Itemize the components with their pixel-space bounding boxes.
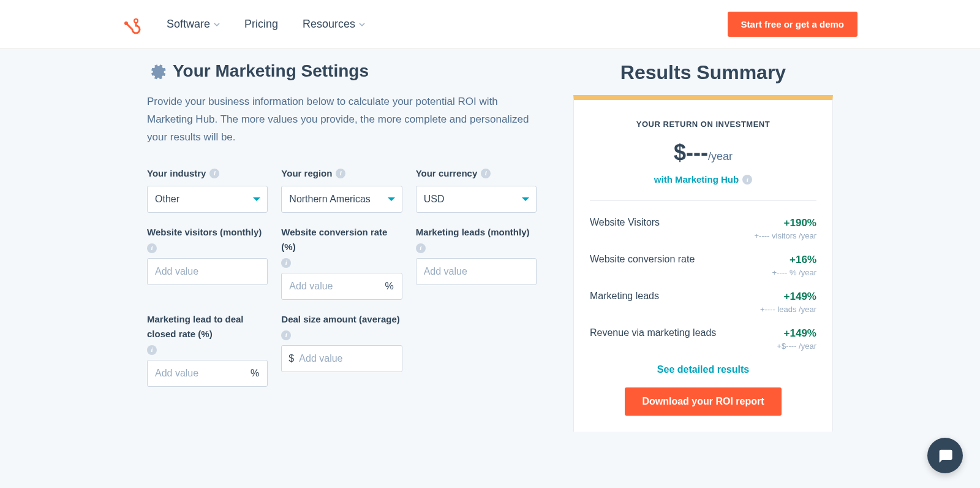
info-icon[interactable]: i (147, 345, 157, 355)
info-icon[interactable]: i (209, 169, 219, 178)
info-icon[interactable]: i (281, 258, 291, 268)
region-label: Your regioni (281, 166, 402, 181)
info-icon[interactable]: i (147, 243, 157, 253)
download-report-button[interactable]: Download your ROI report (625, 387, 781, 416)
industry-select[interactable]: Other (147, 186, 268, 213)
info-icon[interactable]: i (281, 330, 291, 340)
metric-label: Website conversion rate (590, 254, 695, 265)
svg-point-2 (124, 21, 128, 25)
dollar-prefix: $ (288, 353, 294, 364)
chevron-down-icon (214, 21, 220, 28)
metric-label: Revenue via marketing leads (590, 327, 716, 338)
roi-value: $---/year (590, 140, 816, 166)
chevron-down-icon (359, 21, 365, 28)
settings-description: Provide your business information below … (147, 93, 537, 147)
conversion-label: Website conversion rate (%)i (281, 225, 402, 268)
metric-row: Revenue via marketing leads+149%+$---- /… (590, 327, 816, 351)
roi-subtitle: with Marketing Hubi (590, 174, 816, 185)
region-select[interactable]: Northern Americas (281, 186, 402, 213)
nav-label: Pricing (244, 18, 278, 31)
metric-detail: +---- % /year (772, 268, 816, 277)
divider (590, 200, 816, 201)
info-icon[interactable]: i (742, 175, 752, 185)
metric-row: Marketing leads+149%+---- leads /year (590, 291, 816, 314)
close-rate-input[interactable] (147, 360, 268, 387)
leads-label: Marketing leads (monthly)i (416, 225, 537, 253)
info-icon[interactable]: i (416, 243, 426, 253)
metric-row: Website Visitors+190%+---- visitors /yea… (590, 217, 816, 240)
metric-detail: +---- leads /year (760, 305, 816, 314)
info-icon[interactable]: i (336, 169, 345, 178)
industry-label: Your industryi (147, 166, 268, 181)
settings-title: Your Marketing Settings (173, 61, 369, 81)
nav-label: Resources (303, 18, 355, 31)
info-icon[interactable]: i (481, 169, 491, 178)
svg-point-1 (135, 20, 137, 22)
detailed-results-link[interactable]: See detailed results (590, 364, 816, 375)
metric-detail: +$---- /year (777, 341, 816, 351)
chat-button[interactable] (927, 438, 963, 444)
close-rate-label: Marketing lead to deal closed rate (%)i (147, 312, 268, 355)
metric-row: Website conversion rate+16%+---- % /year (590, 254, 816, 277)
hubspot-logo[interactable] (123, 15, 142, 34)
currency-select[interactable]: USD (416, 186, 537, 213)
metric-label: Marketing leads (590, 291, 659, 302)
navbar: Software Pricing Resources Start free or… (0, 0, 980, 49)
visitors-input[interactable] (147, 258, 268, 285)
metric-detail: +---- visitors /year (755, 231, 816, 240)
metric-percent: +16% (772, 254, 816, 266)
nav-pricing[interactable]: Pricing (244, 18, 278, 31)
percent-suffix: % (385, 281, 393, 292)
metric-percent: +149% (760, 291, 816, 303)
deal-size-input[interactable] (281, 345, 402, 372)
metric-label: Website Visitors (590, 217, 660, 228)
results-title: Results Summary (573, 61, 833, 84)
leads-input[interactable] (416, 258, 537, 285)
conversion-input[interactable] (281, 273, 402, 300)
metric-percent: +190% (755, 217, 816, 229)
gear-icon (147, 61, 167, 81)
nav-label: Software (167, 18, 210, 31)
results-card: YOUR RETURN ON INVESTMENT $---/year with… (573, 95, 833, 432)
metric-percent: +149% (777, 327, 816, 340)
roi-label: YOUR RETURN ON INVESTMENT (590, 120, 816, 129)
start-free-button[interactable]: Start free or get a demo (728, 12, 858, 37)
currency-label: Your currencyi (416, 166, 537, 181)
deal-size-label: Deal size amount (average)i (281, 312, 402, 340)
percent-suffix: % (251, 368, 259, 379)
visitors-label: Website visitors (monthly)i (147, 225, 268, 253)
nav-software[interactable]: Software (167, 18, 220, 31)
nav-resources[interactable]: Resources (303, 18, 365, 31)
